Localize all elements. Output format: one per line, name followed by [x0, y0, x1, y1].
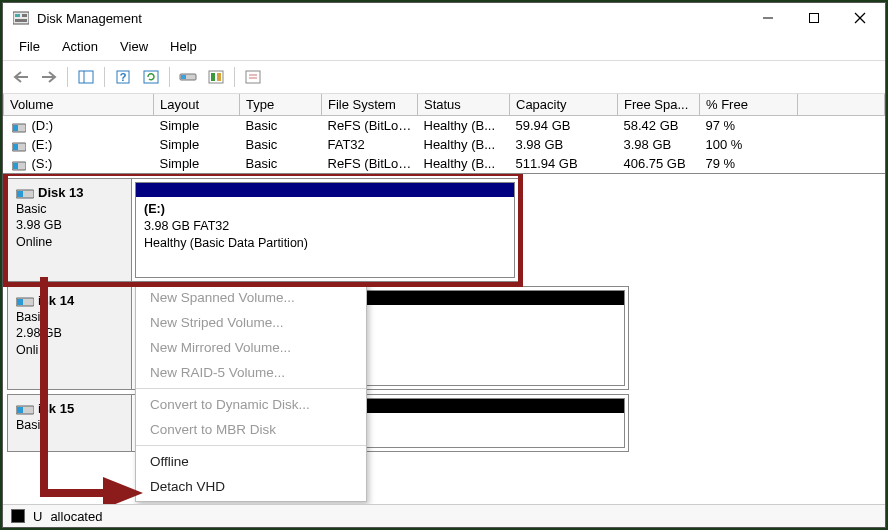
- svg-rect-16: [211, 73, 215, 81]
- disk-size: 3.98 GB: [16, 217, 123, 234]
- volume-pctfree: 100 %: [700, 135, 798, 154]
- volume-name: (S:): [32, 156, 53, 171]
- disk-state: Onli: [16, 342, 123, 359]
- volume-icon: [12, 140, 26, 150]
- partition-header: [136, 183, 514, 197]
- volume-freespace: 406.75 GB: [618, 154, 700, 173]
- svg-rect-32: [17, 407, 23, 413]
- ctx-new-mirrored: New Mirrored Volume...: [136, 335, 366, 360]
- ctx-convert-mbr: Convert to MBR Disk: [136, 417, 366, 442]
- disk-icon: [16, 187, 34, 201]
- volume-row[interactable]: (D:)SimpleBasicReFS (BitLoc...Healthy (B…: [4, 116, 885, 136]
- disk-type: Basi: [16, 309, 123, 326]
- disk-info-14[interactable]: isk 14 Basi 2.98 GB Onli: [8, 287, 132, 389]
- volume-freespace: 58.42 GB: [618, 116, 700, 136]
- ctx-new-spanned: New Spanned Volume...: [136, 285, 366, 310]
- properties-button[interactable]: [241, 65, 265, 89]
- ctx-detach-vhd[interactable]: Detach VHD: [136, 474, 366, 499]
- toolbar-separator: [104, 67, 105, 87]
- svg-rect-30: [17, 299, 23, 305]
- menu-view[interactable]: View: [110, 35, 158, 58]
- back-button[interactable]: [9, 65, 33, 89]
- disk-type: Basi: [16, 417, 123, 434]
- partition-e[interactable]: (E:) 3.98 GB FAT32 Healthy (Basic Data P…: [135, 182, 515, 278]
- disk-name: isk 14: [38, 293, 74, 308]
- col-volume[interactable]: Volume: [4, 94, 154, 116]
- partition-name: (E:): [144, 201, 506, 218]
- ctx-separator: [136, 445, 366, 446]
- toolbar-separator: [67, 67, 68, 87]
- disk-row-13[interactable]: Disk 13 Basic 3.98 GB Online (E:) 3.98 G…: [7, 178, 519, 282]
- volume-status: Healthy (B...: [418, 135, 510, 154]
- volume-type: Basic: [240, 154, 322, 173]
- volume-capacity: 511.94 GB: [510, 154, 618, 173]
- legend-unallocated-label: allocated: [50, 509, 102, 524]
- close-button[interactable]: [837, 3, 883, 33]
- minimize-button[interactable]: [745, 3, 791, 33]
- volume-freespace: 3.98 GB: [618, 135, 700, 154]
- volume-row[interactable]: (S:)SimpleBasicReFS (BitLoc...Healthy (B…: [4, 154, 885, 173]
- svg-rect-1: [15, 14, 20, 17]
- context-menu: New Spanned Volume... New Striped Volume…: [135, 282, 367, 502]
- col-capacity[interactable]: Capacity: [510, 94, 618, 116]
- disk-info-15[interactable]: isk 15 Basi: [8, 395, 132, 451]
- ctx-offline[interactable]: Offline: [136, 449, 366, 474]
- volume-icon: [12, 121, 26, 131]
- volume-capacity: 59.94 GB: [510, 116, 618, 136]
- svg-rect-14: [181, 75, 186, 79]
- col-pctfree[interactable]: % Free: [700, 94, 798, 116]
- svg-rect-12: [144, 71, 158, 83]
- svg-text:?: ?: [120, 71, 127, 83]
- volume-row[interactable]: (E:)SimpleBasicFAT32Healthy (B...3.98 GB…: [4, 135, 885, 154]
- window-title: Disk Management: [37, 11, 745, 26]
- maximize-button[interactable]: [791, 3, 837, 33]
- toolbar-separator: [169, 67, 170, 87]
- volume-fs: FAT32: [322, 135, 418, 154]
- toolbar-disk-icon[interactable]: [176, 65, 200, 89]
- col-type[interactable]: Type: [240, 94, 322, 116]
- disk-name: Disk 13: [38, 185, 84, 200]
- volume-capacity: 3.98 GB: [510, 135, 618, 154]
- menu-action[interactable]: Action: [52, 35, 108, 58]
- disk-info-13[interactable]: Disk 13 Basic 3.98 GB Online: [8, 179, 132, 281]
- svg-rect-8: [79, 71, 93, 83]
- help-button[interactable]: ?: [111, 65, 135, 89]
- disk-size: 2.98 GB: [16, 325, 123, 342]
- disk-icon: [16, 403, 34, 417]
- ctx-convert-dynamic: Convert to Dynamic Disk...: [136, 392, 366, 417]
- toolbar-separator: [234, 67, 235, 87]
- disk-state: Online: [16, 234, 123, 251]
- volume-list: Volume Layout Type File System Status Ca…: [3, 94, 885, 174]
- legend-unallocated-swatch: [11, 509, 25, 523]
- svg-rect-0: [13, 12, 29, 24]
- volume-icon: [12, 159, 26, 169]
- volume-layout: Simple: [154, 116, 240, 136]
- col-freespace[interactable]: Free Spa...: [618, 94, 700, 116]
- volume-fs: ReFS (BitLoc...: [322, 116, 418, 136]
- col-layout[interactable]: Layout: [154, 94, 240, 116]
- col-status[interactable]: Status: [418, 94, 510, 116]
- show-hide-console-tree-button[interactable]: [74, 65, 98, 89]
- toolbar: ?: [3, 60, 885, 94]
- volume-name: (E:): [32, 137, 53, 152]
- menu-help[interactable]: Help: [160, 35, 207, 58]
- toolbar-partition-icon[interactable]: [204, 65, 228, 89]
- menubar: File Action View Help: [3, 33, 885, 60]
- svg-rect-2: [22, 14, 27, 17]
- partition-desc: 3.98 GB FAT32: [144, 218, 506, 235]
- svg-rect-24: [13, 144, 18, 150]
- disk-type: Basic: [16, 201, 123, 218]
- menu-file[interactable]: File: [9, 35, 50, 58]
- ctx-new-raid5: New RAID-5 Volume...: [136, 360, 366, 385]
- volume-pctfree: 97 %: [700, 116, 798, 136]
- partition-status: Healthy (Basic Data Partition): [144, 235, 506, 252]
- disk-name: isk 15: [38, 401, 74, 416]
- refresh-button[interactable]: [139, 65, 163, 89]
- column-header-row: Volume Layout Type File System Status Ca…: [4, 94, 885, 116]
- svg-rect-17: [217, 73, 221, 81]
- volume-layout: Simple: [154, 135, 240, 154]
- ctx-separator: [136, 388, 366, 389]
- col-filesystem[interactable]: File System: [322, 94, 418, 116]
- forward-button[interactable]: [37, 65, 61, 89]
- graphical-view: Disk 13 Basic 3.98 GB Online (E:) 3.98 G…: [3, 174, 885, 504]
